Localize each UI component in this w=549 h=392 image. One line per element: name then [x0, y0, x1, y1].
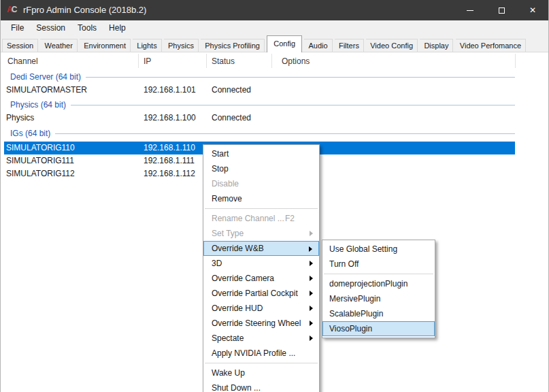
menu-separator — [205, 363, 318, 363]
app-icon: AC — [7, 5, 19, 16]
cell-channel: SIMULATORIG111 — [6, 154, 74, 167]
menubar-item-file[interactable]: File — [5, 20, 30, 36]
table-row-simulatormaster[interactable]: SIMULATORMASTER 192.168.1.101 Connected — [1, 84, 515, 97]
tab-weather[interactable]: Weather — [40, 39, 77, 52]
menu-item-override-steering-wheel[interactable]: Override Steering Wheel — [203, 316, 319, 331]
menubar-item-tools[interactable]: Tools — [71, 20, 103, 36]
menu-item-3d[interactable]: 3D — [203, 256, 319, 271]
menu-item-override-camera[interactable]: Override Camera — [203, 271, 319, 286]
cell-channel: Physics — [6, 112, 34, 125]
submenu-item-use-global-setting[interactable]: Use Global Setting — [322, 242, 435, 257]
group-line — [55, 133, 515, 134]
group-label: Dedi Server (64 bit) — [10, 72, 81, 82]
cell-channel: SIMULATORIG112 — [6, 167, 75, 180]
submenu-item-mersiveplugin[interactable]: MersivePlugin — [322, 291, 435, 306]
submenu-arrow-icon — [309, 246, 312, 252]
override-wb-submenu: Use Global Setting Turn Off domeprojecti… — [322, 240, 435, 338]
menu-item-label: Spectate — [212, 333, 244, 343]
menubar-item-session[interactable]: Session — [30, 20, 71, 36]
tab-filters[interactable]: Filters — [335, 39, 364, 52]
group-header-igs: IGs (64 bit) — [10, 127, 515, 140]
tab-environment[interactable]: Environment — [80, 39, 131, 52]
cell-channel: SIMULATORIG110 — [6, 142, 75, 154]
titlebar: AC rFpro Admin Console (2018b.2) ✕ — [1, 0, 548, 20]
submenu-item-domeprojectionplugin[interactable]: domeprojectionPlugin — [322, 276, 435, 291]
submenu-item-viosoplugin[interactable]: ViosoPlugin — [322, 321, 435, 336]
app-window: AC rFpro Admin Console (2018b.2) ✕ File … — [0, 0, 549, 392]
menu-item-override-partial-cockpit[interactable]: Override Partial Cockpit — [203, 286, 319, 301]
menu-item-spectate[interactable]: Spectate — [203, 331, 319, 346]
column-header-ip[interactable]: IP — [144, 56, 151, 67]
app-icon-letter-c: C — [12, 5, 16, 14]
tab-display[interactable]: Display — [420, 39, 453, 52]
tab-physics[interactable]: Physics — [164, 39, 199, 52]
column-separator — [515, 54, 516, 68]
context-menu: Start Stop Disable Remove Rename Channel… — [203, 144, 320, 392]
submenu-arrow-icon — [310, 321, 313, 326]
column-header-channel[interactable]: Channel — [7, 56, 38, 67]
cell-ip: 192.168.1.100 — [144, 112, 196, 125]
menu-item-label: Set Type — [212, 229, 244, 238]
tab-lights[interactable]: Lights — [133, 39, 161, 52]
menu-item-label: Override Steering Wheel — [212, 318, 301, 328]
menu-item-wake-up[interactable]: Wake Up — [203, 365, 319, 380]
window-controls: ✕ — [454, 0, 548, 20]
menu-item-override-hud[interactable]: Override HUD — [203, 301, 319, 316]
menu-item-set-type: Set Type — [203, 226, 319, 241]
app-icon-letter-a: A — [7, 5, 12, 14]
menu-separator — [205, 208, 318, 209]
cell-ip: 192.168.1.110 — [144, 142, 195, 154]
submenu-arrow-icon — [310, 291, 313, 296]
maximize-button[interactable] — [486, 0, 517, 20]
submenu-arrow-icon — [310, 261, 313, 266]
menu-item-stop[interactable]: Stop — [203, 161, 319, 176]
column-header-status[interactable]: Status — [212, 56, 235, 67]
menu-item-disable: Disable — [203, 176, 319, 191]
tab-audio[interactable]: Audio — [304, 39, 332, 52]
tab-video-config[interactable]: Video Config — [366, 39, 418, 52]
menu-item-override-wb[interactable]: Override W&B — [203, 241, 319, 256]
menu-item-apply-nvidia-profile[interactable]: Apply NVIDIA Profile ... — [203, 346, 319, 361]
menubar-item-help[interactable]: Help — [103, 20, 132, 36]
close-icon: ✕ — [529, 6, 536, 14]
submenu-arrow-icon — [310, 231, 313, 236]
menu-item-label: Override Partial Cockpit — [212, 289, 298, 298]
submenu-arrow-icon — [310, 336, 313, 341]
column-separator — [138, 54, 139, 68]
tab-video-performance[interactable]: Video Perfomance — [456, 39, 526, 52]
submenu-arrow-icon — [310, 306, 313, 311]
tab-config[interactable]: Config — [267, 35, 302, 52]
menu-item-shut-down[interactable]: Shut Down ... — [203, 380, 319, 392]
menu-item-label: Rename Channel ... — [212, 214, 284, 223]
group-label: Physics (64 bit) — [10, 100, 66, 110]
column-header-options[interactable]: Options — [282, 56, 310, 67]
minimize-button[interactable] — [454, 0, 486, 20]
menu-item-label: Override W&B — [212, 244, 264, 253]
submenu-arrow-icon — [310, 276, 313, 281]
column-separator — [206, 54, 207, 68]
cell-ip: 192.168.1.111 — [144, 154, 195, 167]
menu-item-shortcut: F2 — [285, 211, 295, 226]
menu-item-label: Override Camera — [212, 274, 274, 283]
menu-item-remove[interactable]: Remove — [203, 191, 319, 206]
group-header-physics: Physics (64 bit) — [10, 99, 515, 111]
close-button[interactable]: ✕ — [517, 0, 548, 20]
submenu-item-scalableplugin[interactable]: ScalablePlugin — [322, 306, 435, 321]
cell-ip: 192.168.1.101 — [144, 84, 196, 97]
menu-item-start[interactable]: Start — [203, 146, 319, 161]
tab-strip: Session Weather Environment Lights Physi… — [1, 36, 548, 52]
menu-item-label: Override HUD — [212, 304, 263, 313]
cell-status: Connected — [212, 84, 251, 97]
tab-physics-profiling[interactable]: Physics Profiling — [201, 39, 265, 52]
column-separator — [271, 54, 272, 68]
group-header-dedi-server: Dedi Server (64 bit) — [10, 71, 515, 83]
tab-session[interactable]: Session — [2, 39, 38, 52]
window-title: rFpro Admin Console (2018b.2) — [23, 0, 146, 20]
cell-channel: SIMULATORMASTER — [6, 84, 87, 97]
menu-separator — [324, 274, 433, 274]
group-line — [86, 77, 515, 78]
table-row-physics[interactable]: Physics 192.168.1.100 Connected — [1, 112, 515, 125]
submenu-item-turn-off[interactable]: Turn Off — [322, 257, 435, 272]
group-line — [71, 105, 515, 105]
menu-item-rename-channel: Rename Channel ...F2 — [203, 211, 319, 226]
